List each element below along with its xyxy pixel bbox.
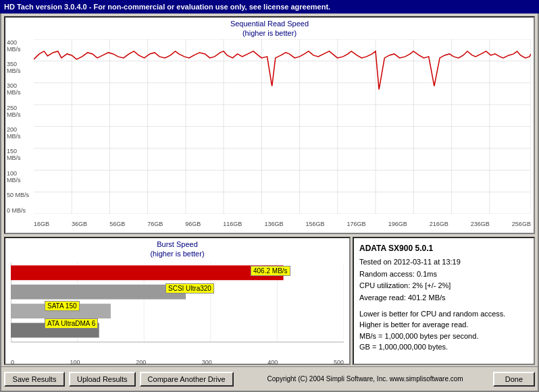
info-panel: ADATA SX900 5.0.1 Tested on 2012-03-11 a…	[353, 237, 535, 365]
drive-name: ADATA SX900 5.0.1	[359, 242, 528, 255]
compare-drive-button[interactable]: Compare Another Drive	[140, 372, 234, 387]
title-text: HD Tach version 3.0.4.0 - For non-commer…	[4, 3, 330, 11]
y-axis: 0 MB/s 50 MB/s 100 MB/s 150 MB/s 200 MB/…	[5, 39, 34, 214]
bottom-section: Burst Speed (higher is better)	[4, 237, 535, 365]
seq-chart-area: 0 MB/s 50 MB/s 100 MB/s 150 MB/s 200 MB/…	[5, 39, 534, 229]
bar3-label: SATA 150	[45, 301, 80, 311]
cpu-util: CPU utilization: 2% [+/- 2%]	[359, 280, 528, 292]
info-notes: Lower is better for CPU and random acces…	[359, 308, 528, 353]
upload-results-button[interactable]: Upload Results	[69, 372, 136, 387]
done-button[interactable]: Done	[493, 372, 535, 387]
random-access: Random access: 0.1ms	[359, 269, 528, 281]
save-results-button[interactable]: Save Results	[4, 372, 65, 387]
svg-rect-29	[11, 265, 284, 280]
burst-chart-title: Burst Speed (higher is better)	[5, 238, 349, 260]
bar2-label: SCSI Ultra320	[165, 283, 214, 293]
bar4-label: ATA UltraDMA 6	[45, 318, 98, 329]
copyright-text: Copyright (C) 2004 Simpli Software, Inc.…	[238, 375, 493, 383]
tested-date: Tested on 2012-03-11 at 13:19	[359, 256, 528, 269]
seq-chart-title: Sequential Read Speed (higher is better)	[5, 18, 534, 39]
x-axis: 16GB 36GB 56GB 76GB 96GB 116GB 136GB 156…	[34, 221, 531, 227]
footer: Save Results Upload Results Compare Anot…	[1, 366, 538, 391]
burst-chart-panel: Burst Speed (higher is better)	[4, 237, 351, 365]
sequential-chart-panel: Sequential Read Speed (higher is better)…	[4, 16, 535, 234]
bar1-label: 406.2 MB/s	[251, 266, 290, 276]
svg-rect-30	[11, 284, 186, 299]
avg-read: Average read: 401.2 MB/s	[359, 292, 528, 304]
